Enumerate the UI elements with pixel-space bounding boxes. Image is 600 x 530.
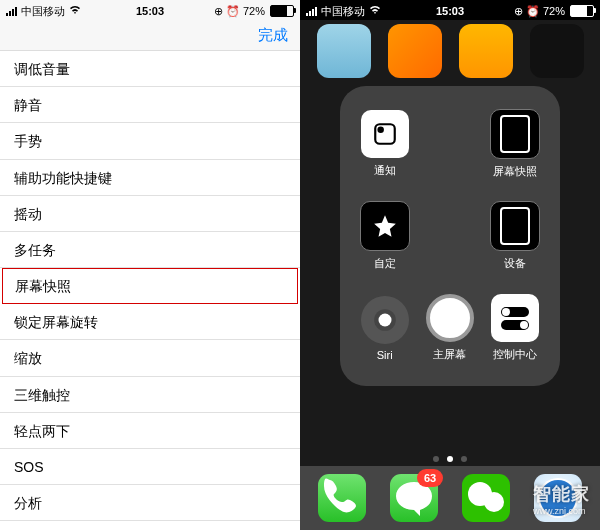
at-item-blank	[419, 100, 480, 188]
settings-row[interactable]: 三维触控	[0, 377, 300, 413]
home-button-icon	[426, 294, 474, 342]
at-item-screenshot[interactable]: 屏幕快照	[485, 100, 546, 188]
at-item-siri[interactable]: Siri	[354, 284, 415, 372]
at-item-blank	[419, 192, 480, 280]
battery-icon	[270, 5, 294, 17]
bg-app-icon[interactable]	[388, 24, 442, 78]
at-label: 设备	[504, 256, 526, 271]
settings-row[interactable]: 手势	[0, 123, 300, 159]
dock: 63	[300, 466, 600, 530]
at-item-home[interactable]: 主屏幕	[419, 284, 480, 372]
carrier-label: 中国移动	[321, 4, 365, 19]
svg-rect-0	[375, 124, 395, 144]
battery-icon	[570, 5, 594, 17]
done-button[interactable]: 完成	[258, 26, 288, 45]
star-icon	[360, 201, 410, 251]
at-item-custom[interactable]: 自定	[354, 192, 415, 280]
alarm-icon: ⊕ ⏰	[514, 5, 540, 18]
status-bar-right: 中国移动 15:03 ⊕ ⏰ 72%	[300, 0, 600, 20]
signal-icon	[306, 7, 317, 16]
wifi-icon	[369, 5, 381, 17]
settings-row[interactable]: 摇动	[0, 196, 300, 232]
dock-app-wechat[interactable]	[462, 474, 510, 522]
dock-app-messages[interactable]: 63	[390, 474, 438, 522]
device-icon	[490, 201, 540, 251]
settings-row[interactable]: 轻点两下	[0, 413, 300, 449]
at-label: 主屏幕	[433, 347, 466, 362]
settings-row[interactable]: 多任务	[0, 232, 300, 268]
settings-row[interactable]: 缩放	[0, 340, 300, 376]
settings-row[interactable]: 锁定屏幕旋转	[0, 304, 300, 340]
siri-icon	[361, 296, 409, 344]
home-screen[interactable]: 通知 屏幕快照 自定 设备	[300, 20, 600, 530]
battery-pct: 72%	[243, 5, 265, 17]
at-label: 通知	[374, 163, 396, 178]
status-time: 15:03	[136, 5, 164, 17]
left-phone: 中国移动 15:03 ⊕ ⏰ 72% 完成 调低音量 静音 手势 辅助功能快捷键…	[0, 0, 300, 530]
settings-row[interactable]: SOS	[0, 449, 300, 485]
dock-app-phone[interactable]	[318, 474, 366, 522]
settings-row[interactable]: 分析	[0, 485, 300, 521]
bg-app-icon[interactable]	[530, 24, 584, 78]
settings-row[interactable]: 辅助功能快捷键	[0, 160, 300, 196]
at-item-device[interactable]: 设备	[485, 192, 546, 280]
dock-app-safari[interactable]	[534, 474, 582, 522]
settings-row-screenshot[interactable]: 屏幕快照	[2, 268, 298, 304]
settings-row[interactable]: 静音	[0, 87, 300, 123]
messages-badge: 63	[417, 469, 443, 487]
carrier-label: 中国移动	[21, 4, 65, 19]
wifi-icon	[69, 5, 81, 17]
bg-app-icon[interactable]	[317, 24, 371, 78]
at-label: Siri	[377, 349, 393, 361]
control-center-icon	[491, 294, 539, 342]
at-label: 屏幕快照	[493, 164, 537, 179]
svg-point-4	[484, 492, 504, 512]
signal-icon	[6, 7, 17, 16]
at-item-control-center[interactable]: 控制中心	[485, 284, 546, 372]
settings-list: 调低音量 静音 手势 辅助功能快捷键 摇动 多任务 屏幕快照 锁定屏幕旋转 缩放…	[0, 51, 300, 530]
at-item-notification[interactable]: 通知	[354, 100, 415, 188]
svg-point-6	[540, 480, 576, 516]
settings-row[interactable]: 便捷访问	[0, 521, 300, 530]
alarm-icon: ⊕ ⏰	[214, 5, 240, 18]
svg-point-1	[377, 126, 384, 133]
status-time: 15:03	[436, 5, 464, 17]
screenshot-icon	[490, 109, 540, 159]
at-label: 控制中心	[493, 347, 537, 362]
assistive-touch-panel[interactable]: 通知 屏幕快照 自定 设备	[340, 86, 560, 386]
battery-pct: 72%	[543, 5, 565, 17]
page-indicator[interactable]	[300, 456, 600, 462]
notification-icon	[361, 110, 409, 158]
at-label: 自定	[374, 256, 396, 271]
status-bar-left: 中国移动 15:03 ⊕ ⏰ 72%	[0, 0, 300, 20]
right-phone: 中国移动 15:03 ⊕ ⏰ 72% 通知	[300, 0, 600, 530]
nav-bar: 完成	[0, 20, 300, 51]
settings-row[interactable]: 调低音量	[0, 51, 300, 87]
bg-app-icon[interactable]	[459, 24, 513, 78]
home-row-apps	[300, 24, 600, 90]
